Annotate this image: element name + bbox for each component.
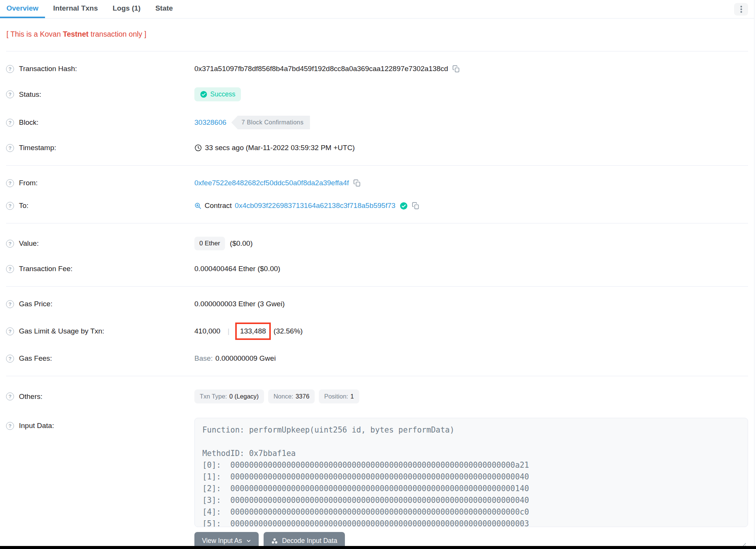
row-from: From: 0xfee7522e8482682cf50ddc50a0f8da2a… (0, 172, 754, 194)
gas-used-percent: (32.56%) (273, 327, 303, 335)
row-label: To: (19, 202, 28, 210)
help-icon[interactable] (6, 119, 14, 127)
separator: | (228, 327, 230, 335)
row-label: Input Data: (19, 422, 54, 430)
gas-price-value: 0.000000003 Ether (3 Gwei) (194, 300, 285, 308)
badge-key: Nonce: (273, 393, 293, 400)
help-icon[interactable] (6, 202, 14, 210)
decode-icon (271, 538, 278, 544)
more-options-button[interactable] (734, 3, 748, 16)
row-label: Transaction Hash: (19, 65, 77, 73)
row-gas-limit-usage: Gas Limit & Usage by Txn: 410,000 | 133,… (0, 315, 754, 347)
badge-value: 1 (350, 393, 354, 400)
badge-key: Position: (324, 393, 348, 400)
status-badge: Success (194, 87, 241, 101)
section-addresses: From: 0xfee7522e8482682cf50ddc50a0f8da2a… (0, 166, 754, 223)
to-address-link[interactable]: 0x4cb093f226983713164a62138c3f718a5b595f… (235, 202, 396, 210)
tab-bar: Overview Internal Txns Logs (1) State (0, 0, 754, 19)
tab-state[interactable]: State (149, 0, 179, 18)
highlight-annotation-box: 133,488 (235, 323, 271, 340)
row-label: Block: (19, 118, 39, 127)
transaction-hash-value: 0x371a51097fb78df856f8b4a7bd459f192d8cc8… (194, 65, 448, 73)
section-others: Others: Txn Type: 0 (Legacy) Nonce: 3376… (0, 376, 754, 549)
help-icon[interactable] (6, 392, 14, 400)
row-value: Value: 0 Ether ($0.00) (0, 230, 754, 257)
copy-icon[interactable] (412, 202, 419, 209)
help-icon[interactable] (6, 179, 14, 187)
tab-internal-txns[interactable]: Internal Txns (47, 0, 104, 18)
nonce-badge: Nonce: 3376 (268, 389, 315, 403)
badge-value: 3376 (295, 393, 309, 400)
row-input-data: Input Data: Function: performUpkeep(uint… (0, 411, 754, 549)
gas-used-value: 133,488 (240, 327, 266, 335)
row-label: Gas Fees: (19, 354, 52, 363)
position-badge: Position: 1 (319, 389, 359, 403)
help-icon[interactable] (6, 355, 14, 363)
badge-value: 0 (Legacy) (229, 393, 259, 400)
copy-icon[interactable] (452, 65, 460, 73)
row-transaction-fee: Transaction Fee: 0.000400464 Ether ($0.0… (0, 257, 754, 280)
usd-value: ($0.00) (230, 239, 253, 248)
block-confirmations-badge: 7 Block Confirmations (231, 116, 310, 129)
badge-key: Txn Type: (200, 393, 227, 400)
decode-input-data-label: Decode Input Data (282, 537, 337, 545)
tab-overview[interactable]: Overview (0, 0, 45, 18)
help-icon[interactable] (6, 65, 14, 73)
row-gas-fees: Gas Fees: Base: 0.000000009 Gwei (0, 347, 754, 370)
clock-icon (194, 144, 202, 152)
status-text: Success (210, 90, 235, 98)
transaction-overview-card: Overview Internal Txns Logs (1) State [ … (0, 0, 754, 549)
copy-icon[interactable] (353, 179, 361, 187)
row-label: Status: (19, 90, 41, 99)
tab-logs[interactable]: Logs (1) (106, 0, 147, 18)
row-gas-price: Gas Price: 0.000000003 Ether (3 Gwei) (0, 293, 754, 315)
row-label: Value: (19, 239, 39, 248)
chevron-down-icon (246, 538, 251, 543)
row-others: Others: Txn Type: 0 (Legacy) Nonce: 3376… (0, 382, 754, 411)
section-summary: Transaction Hash: 0x371a51097fb78df856f8… (0, 51, 754, 165)
verified-contract-icon (400, 202, 408, 210)
base-fee-label: Base: (194, 354, 213, 363)
notice-bold: Testnet (63, 30, 88, 38)
from-address-link[interactable]: 0xfee7522e8482682cf50ddc50a0f8da2a39effa… (194, 179, 349, 187)
base-fee-value: 0.000000009 Gwei (216, 354, 276, 363)
kebab-icon (740, 5, 742, 13)
ether-value-badge: 0 Ether (194, 237, 225, 250)
help-icon[interactable] (6, 300, 14, 308)
row-block: Block: 30328606 7 Block Confirmations (0, 109, 754, 136)
section-gas: Gas Price: 0.000000003 Ether (3 Gwei) Ga… (0, 287, 754, 376)
gas-limit-value: 410,000 (194, 327, 220, 335)
row-label: Gas Price: (19, 300, 53, 308)
row-to: To: Contract 0x4cb093f226983713164a62138… (0, 194, 754, 217)
help-icon[interactable] (6, 240, 14, 248)
row-transaction-hash: Transaction Hash: 0x371a51097fb78df856f8… (0, 57, 754, 80)
row-label: Timestamp: (19, 144, 56, 152)
view-input-as-label: View Input As (202, 537, 242, 545)
testnet-notice: [ This is a Kovan Testnet transaction on… (6, 30, 748, 39)
section-value: Value: 0 Ether ($0.00) Transaction Fee: … (0, 223, 754, 286)
notice-suffix: transaction only ] (88, 30, 146, 38)
bottom-edge-bar (0, 546, 756, 549)
block-number-link[interactable]: 30328606 (194, 118, 227, 127)
row-label: Others: (19, 392, 42, 401)
txn-type-badge: Txn Type: 0 (Legacy) (194, 389, 264, 403)
help-icon[interactable] (6, 90, 14, 98)
help-icon[interactable] (6, 144, 14, 152)
row-label: From: (19, 179, 38, 187)
row-status: Status: Success (0, 80, 754, 109)
notice-prefix: [ This is a Kovan (6, 30, 63, 38)
help-icon[interactable] (6, 422, 14, 430)
timestamp-value: 33 secs ago (Mar-11-2022 03:59:32 PM +UT… (205, 144, 355, 152)
transaction-fee-value: 0.000400464 Ether ($0.00) (194, 265, 280, 273)
row-label: Gas Limit & Usage by Txn: (19, 327, 104, 335)
zoom-contract-icon[interactable] (194, 202, 202, 209)
success-check-icon (200, 91, 207, 98)
input-data-textarea[interactable]: Function: performUpkeep(uint256 id, byte… (194, 418, 748, 527)
help-icon[interactable] (6, 327, 14, 335)
row-timestamp: Timestamp: 33 secs ago (Mar-11-2022 03:5… (0, 136, 754, 159)
row-label: Transaction Fee: (19, 265, 73, 273)
contract-word: Contract (205, 202, 232, 210)
help-icon[interactable] (6, 265, 14, 273)
